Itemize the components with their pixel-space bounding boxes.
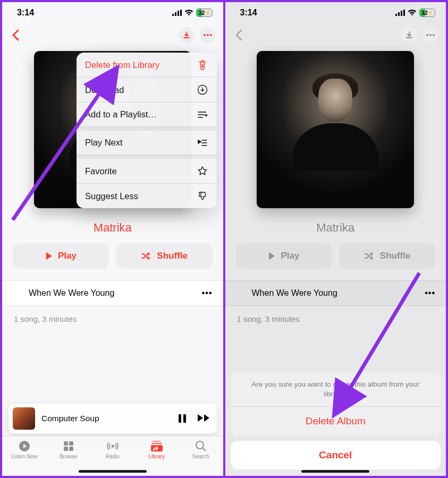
shuffle-label: Shuffle [157,251,188,261]
pause-button[interactable] [177,413,187,424]
context-menu: Delete from Library Download Add to a Pl… [77,53,217,208]
search-icon [195,439,207,453]
home-indicator [79,470,147,473]
album-artwork[interactable] [257,51,414,208]
menu-item-label: Play Next [85,138,123,148]
tab-label: Listen Now [11,454,37,459]
shuffle-button[interactable]: Shuffle [116,243,213,269]
tab-browse[interactable]: Browse [50,439,87,459]
tab-label: Browse [60,454,77,459]
svg-rect-12 [64,441,68,446]
track-row[interactable]: When We Were Young ••• [2,280,223,306]
cellular-signal-icon [172,10,182,16]
play-button[interactable]: Play [236,243,332,269]
cellular-signal-icon [395,10,405,16]
tab-label: Radio [106,454,120,459]
track-more-button[interactable]: ••• [202,288,213,298]
album-meta: 1 song, 3 minutes [225,306,446,332]
svg-rect-24 [401,11,402,16]
shuffle-button[interactable]: Shuffle [339,243,435,269]
back-button[interactable] [233,29,244,41]
svg-point-5 [207,34,209,36]
menu-item-label: Download [85,85,124,95]
svg-point-28 [433,34,435,36]
tab-search[interactable]: Search [183,439,219,459]
status-bar: 3:14 32⚡ [225,2,446,23]
svg-point-16 [111,445,114,448]
delete-album-button[interactable]: Delete Album [231,406,441,436]
home-indicator [301,470,369,473]
svg-rect-13 [69,441,73,446]
track-row[interactable]: When We Were Young ••• [225,280,446,306]
menu-item-label: Suggest Less [85,191,138,201]
star-icon [197,166,208,176]
status-time: 3:14 [240,8,257,18]
play-label: Play [58,251,77,261]
svg-rect-14 [64,447,68,451]
tab-library[interactable]: Library [139,439,175,459]
svg-rect-17 [153,441,161,442]
menu-delete-from-library[interactable]: Delete from Library [77,53,217,78]
battery-icon: 32⚡ [419,8,435,17]
tab-label: Search [192,454,209,459]
play-circle-icon [18,439,31,453]
download-circle-icon [197,84,208,95]
trash-icon [197,59,208,70]
menu-suggest-less[interactable]: Suggest Less [77,184,217,208]
more-button[interactable] [200,27,216,43]
album-title: Matrika [225,221,446,235]
tab-listen-now[interactable]: Listen Now [6,439,43,459]
svg-point-8 [204,111,206,113]
svg-rect-3 [180,10,182,16]
menu-item-label: Delete from Library [85,60,159,70]
tab-label: Library [149,454,165,459]
thumbs-down-icon [197,191,208,201]
album-title: Matrika [2,221,223,235]
now-playing-bar[interactable]: Computer Soup [9,404,217,433]
menu-item-label: Favorite [85,166,117,176]
svg-point-4 [204,34,206,36]
track-title: When We Were Young [29,288,114,298]
shuffle-label: Shuffle [380,251,411,261]
nav-bar [225,23,446,47]
play-next-icon [197,139,208,147]
svg-point-6 [210,34,212,36]
nav-bar [2,23,223,47]
battery-icon: 32⚡ [196,8,212,17]
svg-rect-1 [175,12,176,16]
svg-rect-0 [172,14,174,16]
back-button[interactable] [10,29,21,41]
svg-point-27 [429,34,432,36]
status-bar: 3:14 32⚡ [2,2,223,23]
svg-point-26 [426,34,428,36]
status-time: 3:14 [17,8,34,18]
action-sheet: Are you sure you want to delete this alb… [231,372,441,470]
now-playing-artwork [13,407,35,430]
playlist-add-icon [197,110,208,119]
download-button[interactable] [179,27,195,43]
svg-rect-22 [395,14,397,16]
forward-button[interactable] [197,413,210,424]
tab-radio[interactable]: Radio [95,439,131,459]
svg-rect-9 [179,414,181,423]
download-button[interactable] [401,27,417,43]
sheet-message: Are you sure you want to delete this alb… [231,372,441,406]
menu-add-to-playlist[interactable]: Add to a Playlist… [77,103,217,127]
radio-icon [106,439,120,453]
track-more-button[interactable]: ••• [425,288,435,298]
wifi-icon [408,10,417,16]
cancel-button[interactable]: Cancel [231,441,441,470]
menu-download[interactable]: Download [77,78,217,103]
library-icon [150,439,163,453]
play-icon [45,252,53,260]
menu-favorite[interactable]: Favorite [77,159,217,184]
tab-bar: Listen Now Browse Radio Library Search [2,436,223,476]
menu-play-next[interactable]: Play Next [77,131,217,155]
shuffle-icon [141,252,151,260]
svg-rect-2 [177,11,179,16]
menu-item-label: Add to a Playlist… [85,109,157,120]
screenshot-right: 3:14 32⚡ Matrika Pla [225,2,446,476]
play-button[interactable]: Play [13,243,109,269]
svg-rect-15 [69,447,73,451]
more-button[interactable] [422,27,438,43]
